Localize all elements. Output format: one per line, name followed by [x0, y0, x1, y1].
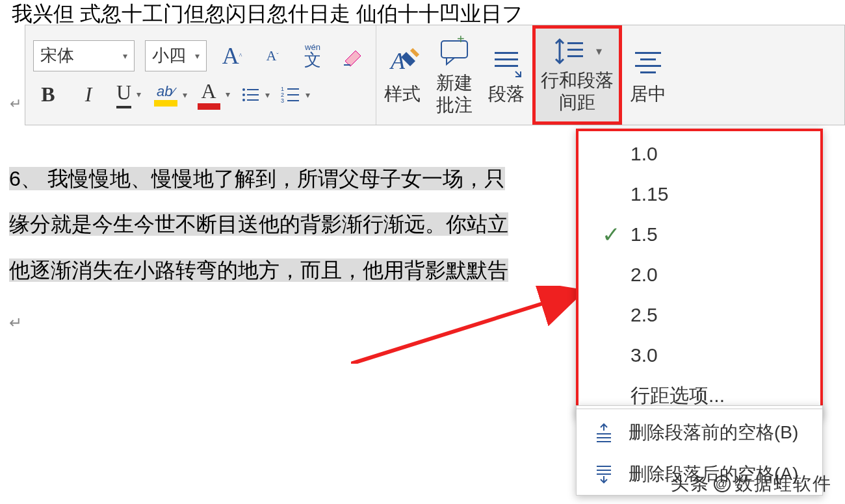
spacing-option-2.5[interactable]: 2.5 [578, 295, 820, 335]
numbering-button[interactable]: 123▾ [281, 79, 311, 111]
check-icon: ✓ [592, 221, 630, 247]
center-align-button[interactable]: 居中 [622, 25, 674, 125]
svg-rect-15 [495, 52, 518, 54]
svg-rect-21 [635, 52, 661, 54]
font-size-select[interactable]: 小四▾ [145, 40, 207, 71]
svg-rect-5 [247, 99, 259, 101]
svg-rect-17 [495, 65, 518, 67]
spacing-option-1.15[interactable]: 1.15 [578, 174, 820, 214]
svg-text:3: 3 [281, 97, 284, 104]
svg-rect-23 [635, 65, 661, 67]
spacing-option-2.0[interactable]: 2.0 [578, 255, 820, 295]
phonetic-guide-button[interactable]: wén 文 [298, 40, 328, 72]
svg-point-0 [242, 88, 245, 91]
selected-text-line3: 他逐渐消失在小路转弯的地方，而且，他用背影默默告 [9, 258, 508, 282]
grow-font-button[interactable]: A^ [217, 40, 247, 72]
styles-button[interactable]: A 样式 [376, 25, 428, 125]
svg-rect-28 [597, 441, 611, 442]
svg-rect-26 [597, 433, 611, 435]
selected-text-line2: 缘分就是今生今世不断目送他的背影渐行渐远。你站立 [9, 212, 508, 236]
font-name-select[interactable]: 宋体▾ [33, 40, 135, 71]
svg-rect-18 [567, 42, 583, 44]
svg-rect-11 [287, 100, 299, 101]
svg-rect-9 [287, 94, 299, 95]
para-mark-left: ↵ [10, 95, 21, 112]
space-before-icon [590, 423, 618, 442]
font-color-button[interactable]: A▾ [198, 79, 230, 111]
highlight-button[interactable]: ab∕▾ [154, 79, 187, 111]
spacing-option-1.5[interactable]: ✓1.5 [578, 214, 820, 255]
at-icon: @ [714, 475, 731, 492]
clear-formatting-button[interactable] [338, 40, 368, 72]
bullets-button[interactable]: ▾ [240, 79, 270, 111]
svg-rect-22 [640, 58, 656, 60]
svg-text:A: A [389, 48, 406, 74]
svg-rect-24 [640, 71, 656, 73]
svg-rect-20 [567, 55, 583, 57]
mini-toolbar: ↵ 宋体▾ 小四▾ A^ Aˇ wén 文 B I U▾ ab∕▾ A▾ [25, 25, 845, 125]
chevron-down-icon: ▾ [123, 51, 127, 61]
selected-text-line1: 6、 我慢慢地、慢慢地了解到，所谓父母子女一场，只 [9, 167, 505, 190]
line-spacing-dropdown: 1.0 1.15 ✓1.5 2.0 2.5 3.0 行距选项... [576, 129, 823, 418]
space-after-icon [590, 464, 618, 484]
remove-space-before-button[interactable]: 删除段落前的空格(B) [577, 412, 822, 453]
line-spacing-button[interactable]: ▾ 行和段落间距 [532, 25, 622, 125]
italic-button[interactable]: I [73, 79, 103, 111]
spacing-option-3.0[interactable]: 3.0 [578, 335, 820, 375]
svg-rect-31 [597, 473, 611, 475]
watermark: 头条 @ 数据蛙软件 [671, 472, 832, 496]
svg-rect-7 [287, 88, 299, 90]
svg-rect-30 [597, 470, 611, 471]
underline-button[interactable]: U▾ [114, 79, 144, 111]
svg-text:+: + [457, 34, 465, 46]
svg-rect-3 [247, 94, 259, 95]
chevron-down-icon: ▾ [195, 51, 200, 61]
spacing-option-1.0[interactable]: 1.0 [578, 134, 820, 174]
bold-button[interactable]: B [33, 79, 63, 111]
shrink-font-button[interactable]: Aˇ [257, 40, 287, 72]
svg-rect-1 [247, 89, 259, 90]
svg-rect-16 [495, 58, 518, 60]
svg-rect-19 [567, 49, 583, 51]
paragraph-button[interactable]: 段落 [480, 25, 532, 125]
svg-rect-27 [597, 437, 611, 438]
svg-rect-29 [597, 466, 611, 467]
new-comment-button[interactable]: + 新建批注 [428, 25, 480, 125]
svg-point-4 [242, 99, 245, 101]
svg-point-2 [242, 94, 245, 96]
